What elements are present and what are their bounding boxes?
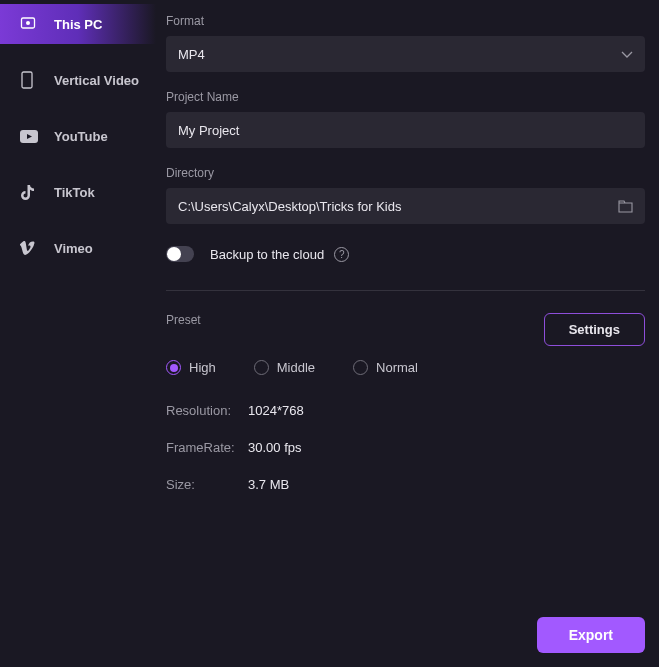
directory-label: Directory bbox=[166, 166, 645, 180]
backup-toggle[interactable] bbox=[166, 246, 194, 262]
directory-value: C:\Users\Calyx\Desktop\Tricks for Kids bbox=[178, 199, 618, 214]
youtube-icon bbox=[20, 130, 44, 143]
preset-header: Preset Settings bbox=[166, 313, 645, 346]
export-button[interactable]: Export bbox=[537, 617, 645, 653]
format-label: Format bbox=[166, 14, 645, 28]
svg-point-1 bbox=[26, 21, 30, 25]
preset-option-label: Middle bbox=[277, 360, 315, 375]
main-panel: Format MP4 Project Name Directory C:\Use… bbox=[156, 0, 659, 667]
vimeo-icon bbox=[20, 241, 44, 256]
sidebar-item-tiktok[interactable]: TikTok bbox=[0, 172, 156, 212]
divider bbox=[166, 290, 645, 291]
framerate-key: FrameRate: bbox=[166, 440, 248, 455]
sidebar-item-label: YouTube bbox=[54, 129, 108, 144]
format-value: MP4 bbox=[178, 47, 205, 62]
radio-icon bbox=[353, 360, 368, 375]
svg-rect-2 bbox=[22, 72, 32, 88]
resolution-row: Resolution: 1024*768 bbox=[166, 403, 645, 418]
radio-icon bbox=[254, 360, 269, 375]
preset-label: Preset bbox=[166, 313, 201, 327]
project-name-label: Project Name bbox=[166, 90, 645, 104]
preset-radio-group: High Middle Normal bbox=[166, 360, 645, 375]
preset-radio-normal[interactable]: Normal bbox=[353, 360, 418, 375]
folder-icon[interactable] bbox=[618, 200, 633, 213]
size-key: Size: bbox=[166, 477, 248, 492]
sidebar: This PC Vertical Video YouTube TikTok Vi… bbox=[0, 0, 156, 667]
preset-option-label: High bbox=[189, 360, 216, 375]
toggle-knob bbox=[167, 247, 181, 261]
size-row: Size: 3.7 MB bbox=[166, 477, 645, 492]
size-value: 3.7 MB bbox=[248, 477, 289, 492]
directory-row: C:\Users\Calyx\Desktop\Tricks for Kids bbox=[166, 188, 645, 224]
sidebar-item-label: This PC bbox=[54, 17, 102, 32]
project-name-row bbox=[166, 112, 645, 148]
sidebar-item-vimeo[interactable]: Vimeo bbox=[0, 228, 156, 268]
backup-label: Backup to the cloud bbox=[210, 247, 324, 262]
monitor-icon bbox=[20, 16, 44, 32]
help-icon[interactable]: ? bbox=[334, 247, 349, 262]
sidebar-item-this-pc[interactable]: This PC bbox=[0, 4, 156, 44]
framerate-row: FrameRate: 30.00 fps bbox=[166, 440, 645, 455]
resolution-value: 1024*768 bbox=[248, 403, 304, 418]
format-select[interactable]: MP4 bbox=[166, 36, 645, 72]
preset-option-label: Normal bbox=[376, 360, 418, 375]
framerate-value: 30.00 fps bbox=[248, 440, 302, 455]
tiktok-icon bbox=[20, 184, 44, 201]
preset-radio-high[interactable]: High bbox=[166, 360, 216, 375]
project-name-input[interactable] bbox=[178, 123, 633, 138]
chevron-down-icon bbox=[621, 51, 633, 58]
sidebar-item-vertical-video[interactable]: Vertical Video bbox=[0, 60, 156, 100]
preset-radio-middle[interactable]: Middle bbox=[254, 360, 315, 375]
radio-icon bbox=[166, 360, 181, 375]
backup-row: Backup to the cloud ? bbox=[166, 246, 645, 262]
settings-button[interactable]: Settings bbox=[544, 313, 645, 346]
sidebar-item-youtube[interactable]: YouTube bbox=[0, 116, 156, 156]
sidebar-item-label: TikTok bbox=[54, 185, 95, 200]
sidebar-item-label: Vertical Video bbox=[54, 73, 139, 88]
phone-icon bbox=[20, 71, 44, 89]
sidebar-item-label: Vimeo bbox=[54, 241, 93, 256]
resolution-key: Resolution: bbox=[166, 403, 248, 418]
